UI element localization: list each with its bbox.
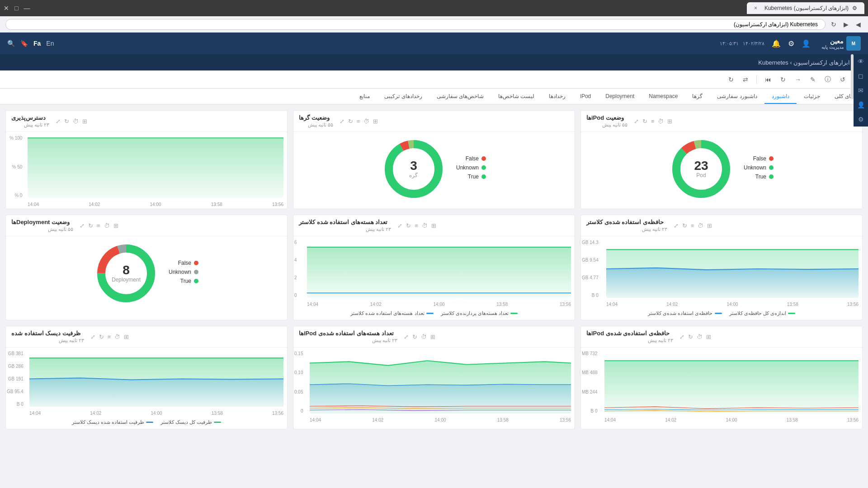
panel-access-header: ⊞ ⏱ ↻ ⤢ دسترس‌پذیری ۲۳ ثانیه پیش xyxy=(6,111,287,132)
tab-goreh[interactable]: گرها xyxy=(685,89,710,104)
panel-cmem-share-icon[interactable]: ⤢ xyxy=(674,222,679,229)
panel-dep-share-icon[interactable]: ⤢ xyxy=(80,222,85,229)
tab-dashboard-custom[interactable]: داشبورد سفارشی xyxy=(710,89,764,104)
panel-ccpu-history-icon[interactable]: ⏱ xyxy=(422,222,428,229)
tab-deployment[interactable]: Deployment xyxy=(598,89,642,104)
forward-button[interactable]: ▶ xyxy=(842,19,850,30)
browser-tab[interactable]: ⚙ (ابزارهای ارکستراسیون) Kubernetes × xyxy=(747,2,864,14)
tab-ipod[interactable]: iPod xyxy=(573,89,598,104)
tab-joziyat[interactable]: جزئیات xyxy=(797,89,827,104)
ccpu-legend-total: تعداد هسته‌های پردازنده‌ی کلاستر xyxy=(441,310,518,316)
panel-list-icon[interactable]: ≡ xyxy=(651,118,655,125)
panel-pcpu-refresh-icon[interactable]: ↻ xyxy=(412,333,417,340)
panel-node-subtitle: ۵۵ ثانیه پیش xyxy=(299,122,333,128)
toolbar-forward-btn[interactable]: → xyxy=(792,74,804,85)
bookmark-icon[interactable]: 🔖 xyxy=(20,40,28,47)
address-input[interactable] xyxy=(5,19,826,30)
minimize-icon[interactable]: — xyxy=(24,5,30,12)
panel-disk-header: ⊞ ⏱ ≡ ↻ ⤢ ظرفیت دیسک استفاده شده ۲۳ ثانی… xyxy=(6,326,287,347)
panel-node-refresh-icon[interactable]: ↻ xyxy=(348,118,353,125)
lang-fa[interactable]: Fa xyxy=(33,40,41,47)
user-icon[interactable]: 👤 xyxy=(802,39,811,48)
panel-ccpu-save-icon[interactable]: ⊞ xyxy=(431,222,436,229)
pod-donut: 23 Pod xyxy=(670,137,733,201)
tab-namespace[interactable]: Namespace xyxy=(642,89,685,104)
panel-cmem-history-icon[interactable]: ⏱ xyxy=(698,222,703,229)
side-icon-4[interactable]: 👤 xyxy=(857,101,865,108)
toolbar-refresh-btn[interactable]: ↻ xyxy=(778,74,788,85)
node-legend-false: False xyxy=(456,155,486,162)
pod-legend-unknown: Unknown xyxy=(744,164,774,171)
tab-rakhidad-tarkibi[interactable]: رخدادهای ترکیبی xyxy=(377,89,429,104)
toolbar-edit-btn[interactable]: ✎ xyxy=(807,74,818,85)
panel-node-save-icon[interactable]: ⊞ xyxy=(373,118,378,125)
scroll-indicator[interactable] xyxy=(851,54,854,99)
notification-icon[interactable]: 🔔 xyxy=(772,39,781,48)
cmem-total-line xyxy=(788,313,795,314)
toolbar-divider xyxy=(756,75,757,84)
panel-disk-save-icon[interactable]: ⊞ xyxy=(124,333,129,340)
toolbar-skip-btn[interactable]: ⏮ xyxy=(762,74,774,85)
close-window-icon[interactable]: ✕ xyxy=(4,5,9,12)
panel-cmem-refresh-icon[interactable]: ↻ xyxy=(682,222,687,229)
panel-disk-share-icon[interactable]: ⤢ xyxy=(90,333,95,340)
search-icon[interactable]: 🔍 xyxy=(7,40,15,47)
maximize-icon[interactable]: □ xyxy=(14,5,18,12)
panel-node-title-area: وضعیت گرها ۵۵ ثانیه پیش xyxy=(299,114,333,128)
logo-text: معین مدیریت پایه xyxy=(821,38,844,50)
side-icon-1[interactable]: 👁 xyxy=(858,58,864,65)
side-icon-3[interactable]: ✉ xyxy=(858,87,863,94)
tab-manabe[interactable]: منابع xyxy=(352,89,377,104)
panel-disk-list-icon[interactable]: ≡ xyxy=(108,333,111,340)
panel-pcpu-body: 0.15 0.10 0.05 0 xyxy=(293,347,575,424)
side-icon-2[interactable]: ◻ xyxy=(858,72,863,80)
panel-access-history-icon[interactable]: ⏱ xyxy=(73,118,79,125)
panel-history-icon[interactable]: ⏱ xyxy=(658,118,664,125)
toolbar-reload-btn[interactable]: ↻ xyxy=(726,74,736,85)
panel-ccpu-list-icon[interactable]: ≡ xyxy=(415,222,418,229)
panel-access-save-icon[interactable]: ⊞ xyxy=(82,118,87,125)
panel-pmem-history-icon[interactable]: ⏱ xyxy=(697,333,703,340)
panel-ccpu-refresh-icon[interactable]: ↻ xyxy=(406,222,411,229)
panel-node-list-icon[interactable]: ≡ xyxy=(357,118,360,125)
tab-shakhs-custom[interactable]: شاخص‌های سفارشی xyxy=(429,89,491,104)
panel-pcpu-save-icon[interactable]: ⊞ xyxy=(430,333,435,340)
panel-dep-refresh-icon[interactable]: ↻ xyxy=(88,222,93,229)
refresh-button[interactable]: ↻ xyxy=(829,19,838,30)
panel-node-share-icon[interactable]: ⤢ xyxy=(340,118,344,125)
lang-en[interactable]: En xyxy=(46,40,54,47)
toolbar-undo-btn[interactable]: ↺ xyxy=(837,74,848,85)
toolbar-filter-btn[interactable]: ⇄ xyxy=(740,74,751,85)
panel-disk-history-icon[interactable]: ⏱ xyxy=(114,333,120,340)
panel-access-share-icon[interactable]: ⤢ xyxy=(56,118,61,125)
panel-access-refresh-icon[interactable]: ↻ xyxy=(64,118,69,125)
panel-refresh-icon[interactable]: ↻ xyxy=(642,118,647,125)
panel-node-history-icon[interactable]: ⏱ xyxy=(363,118,369,125)
side-icon-5[interactable]: ⚙ xyxy=(858,116,864,123)
toolbar-info-btn[interactable]: ⓘ xyxy=(822,74,834,85)
tab-list-shakhs[interactable]: لیست شاخص‌ها xyxy=(491,89,542,104)
panel-pmem-save-icon[interactable]: ⊞ xyxy=(706,333,711,340)
panel-share-icon[interactable]: ⤢ xyxy=(634,118,639,125)
panel-pcpu-history-icon[interactable]: ⏱ xyxy=(421,333,427,340)
panel-pmem-refresh-icon[interactable]: ↻ xyxy=(688,333,693,340)
panel-dep-history-icon[interactable]: ⏱ xyxy=(104,222,110,229)
tab-close-button[interactable]: × xyxy=(754,5,757,11)
tab-dashboard[interactable]: داشبورد xyxy=(764,89,797,104)
panel-save-icon[interactable]: ⊞ xyxy=(667,118,672,125)
panel-pmem-share-icon[interactable]: ⤢ xyxy=(679,333,684,340)
panel-cmem-save-icon[interactable]: ⊞ xyxy=(707,222,712,229)
panel-dep-list-icon[interactable]: ≡ xyxy=(97,222,100,229)
settings-icon[interactable]: ⚙ xyxy=(788,39,794,48)
panel-cmem-list-icon[interactable]: ≡ xyxy=(691,222,694,229)
tab-rakhidad[interactable]: رخدادها xyxy=(542,89,573,104)
panel-disk-title-area: ظرفیت دیسک استفاده شده ۲۳ ثانیه پیش xyxy=(11,330,84,343)
disk-y-labels: 381 GB 286 GB 191 GB 95.4 GB 0 B xyxy=(7,351,24,407)
panel-pcpu-share-icon[interactable]: ⤢ xyxy=(404,333,409,340)
back-button[interactable]: ◀ xyxy=(854,19,863,30)
access-y-labels: 100 % 50 % 0 % xyxy=(9,136,22,198)
panel-dep-save-icon[interactable]: ⊞ xyxy=(113,222,118,229)
panel-disk-refresh-icon[interactable]: ↻ xyxy=(99,333,104,340)
dep-legend-true: True xyxy=(169,278,198,284)
panel-ccpu-share-icon[interactable]: ⤢ xyxy=(397,222,402,229)
